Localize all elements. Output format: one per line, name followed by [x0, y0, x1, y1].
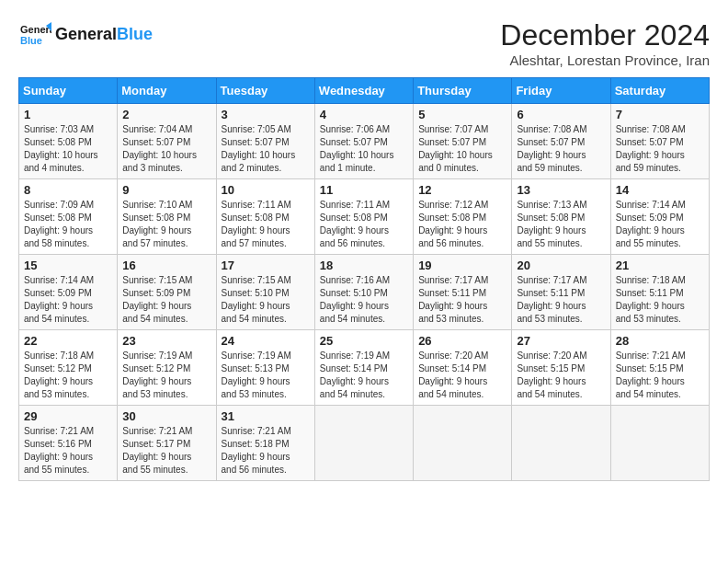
day-number: 25 — [320, 334, 408, 348]
logo-text: GeneralBlue — [55, 26, 153, 44]
day-info: Sunrise: 7:04 AM Sunset: 5:07 PM Dayligh… — [122, 123, 210, 175]
calendar-day-cell: 3Sunrise: 7:05 AM Sunset: 5:07 PM Daylig… — [216, 104, 314, 179]
day-number: 15 — [24, 259, 112, 272]
day-number: 19 — [418, 259, 506, 272]
day-number: 23 — [122, 334, 210, 348]
calendar-day-cell: 10Sunrise: 7:11 AM Sunset: 5:08 PM Dayli… — [216, 179, 314, 255]
calendar-day-cell: 16Sunrise: 7:15 AM Sunset: 5:09 PM Dayli… — [118, 255, 216, 330]
day-info: Sunrise: 7:07 AM Sunset: 5:07 PM Dayligh… — [418, 123, 506, 175]
day-info: Sunrise: 7:19 AM Sunset: 5:14 PM Dayligh… — [320, 350, 408, 401]
day-info: Sunrise: 7:13 AM Sunset: 5:08 PM Dayligh… — [517, 199, 605, 250]
calendar-header-row: SundayMondayTuesdayWednesdayThursdayFrid… — [19, 78, 710, 104]
calendar-day-cell: 8Sunrise: 7:09 AM Sunset: 5:08 PM Daylig… — [19, 179, 118, 255]
day-info: Sunrise: 7:21 AM Sunset: 5:15 PM Dayligh… — [616, 350, 704, 401]
day-info: Sunrise: 7:21 AM Sunset: 5:16 PM Dayligh… — [24, 425, 112, 477]
day-number: 16 — [122, 259, 210, 272]
day-info: Sunrise: 7:17 AM Sunset: 5:11 PM Dayligh… — [517, 274, 605, 326]
calendar-header-monday: Monday — [118, 78, 216, 104]
calendar-day-cell: 17Sunrise: 7:15 AM Sunset: 5:10 PM Dayli… — [216, 255, 314, 330]
calendar-header-friday: Friday — [512, 78, 610, 104]
calendar-day-cell: 14Sunrise: 7:14 AM Sunset: 5:09 PM Dayli… — [610, 179, 709, 255]
calendar-header-saturday: Saturday — [610, 78, 709, 104]
calendar-header-wednesday: Wednesday — [314, 78, 413, 104]
day-number: 18 — [320, 259, 408, 272]
calendar-week-row: 8Sunrise: 7:09 AM Sunset: 5:08 PM Daylig… — [19, 179, 710, 255]
day-number: 12 — [418, 183, 506, 197]
day-info: Sunrise: 7:18 AM Sunset: 5:12 PM Dayligh… — [24, 350, 112, 401]
day-info: Sunrise: 7:09 AM Sunset: 5:08 PM Dayligh… — [24, 199, 112, 250]
day-number: 17 — [222, 259, 310, 272]
day-info: Sunrise: 7:11 AM Sunset: 5:08 PM Dayligh… — [222, 199, 310, 250]
calendar-day-cell: 26Sunrise: 7:20 AM Sunset: 5:14 PM Dayli… — [414, 330, 512, 406]
day-number: 8 — [24, 183, 112, 197]
calendar-day-cell: 28Sunrise: 7:21 AM Sunset: 5:15 PM Dayli… — [610, 330, 709, 406]
calendar-day-cell: 4Sunrise: 7:06 AM Sunset: 5:07 PM Daylig… — [314, 104, 413, 179]
day-number: 20 — [517, 259, 605, 272]
day-number: 22 — [24, 334, 112, 348]
day-number: 30 — [122, 409, 210, 423]
calendar-week-row: 29Sunrise: 7:21 AM Sunset: 5:16 PM Dayli… — [19, 406, 710, 481]
day-info: Sunrise: 7:08 AM Sunset: 5:07 PM Dayligh… — [616, 123, 704, 175]
calendar-day-cell: 19Sunrise: 7:17 AM Sunset: 5:11 PM Dayli… — [414, 255, 512, 330]
calendar-header-tuesday: Tuesday — [216, 78, 314, 104]
day-number: 27 — [517, 334, 605, 348]
empty-cell — [414, 406, 512, 481]
day-info: Sunrise: 7:08 AM Sunset: 5:07 PM Dayligh… — [517, 123, 605, 175]
day-info: Sunrise: 7:11 AM Sunset: 5:08 PM Dayligh… — [320, 199, 408, 250]
day-number: 4 — [320, 108, 408, 121]
calendar-day-cell: 25Sunrise: 7:19 AM Sunset: 5:14 PM Dayli… — [314, 330, 413, 406]
day-info: Sunrise: 7:16 AM Sunset: 5:10 PM Dayligh… — [320, 274, 408, 326]
day-number: 24 — [222, 334, 310, 348]
day-info: Sunrise: 7:14 AM Sunset: 5:09 PM Dayligh… — [616, 199, 704, 250]
day-info: Sunrise: 7:03 AM Sunset: 5:08 PM Dayligh… — [24, 123, 112, 175]
empty-cell — [512, 406, 610, 481]
day-info: Sunrise: 7:15 AM Sunset: 5:10 PM Dayligh… — [222, 274, 310, 326]
calendar-day-cell: 29Sunrise: 7:21 AM Sunset: 5:16 PM Dayli… — [19, 406, 118, 481]
day-info: Sunrise: 7:15 AM Sunset: 5:09 PM Dayligh… — [122, 274, 210, 326]
day-number: 28 — [616, 334, 704, 348]
calendar-day-cell: 2Sunrise: 7:04 AM Sunset: 5:07 PM Daylig… — [118, 104, 216, 179]
calendar-day-cell: 12Sunrise: 7:12 AM Sunset: 5:08 PM Dayli… — [414, 179, 512, 255]
day-number: 2 — [122, 108, 210, 121]
day-info: Sunrise: 7:06 AM Sunset: 5:07 PM Dayligh… — [320, 123, 408, 175]
calendar-day-cell: 11Sunrise: 7:11 AM Sunset: 5:08 PM Dayli… — [314, 179, 413, 255]
day-info: Sunrise: 7:12 AM Sunset: 5:08 PM Dayligh… — [418, 199, 506, 250]
day-info: Sunrise: 7:18 AM Sunset: 5:11 PM Dayligh… — [616, 274, 704, 326]
page-title: December 2024 — [500, 18, 710, 52]
day-number: 26 — [418, 334, 506, 348]
calendar-header-thursday: Thursday — [414, 78, 512, 104]
calendar-day-cell: 21Sunrise: 7:18 AM Sunset: 5:11 PM Dayli… — [610, 255, 709, 330]
empty-cell — [314, 406, 413, 481]
calendar-day-cell: 1Sunrise: 7:03 AM Sunset: 5:08 PM Daylig… — [19, 104, 118, 179]
calendar-day-cell: 9Sunrise: 7:10 AM Sunset: 5:08 PM Daylig… — [118, 179, 216, 255]
day-number: 13 — [517, 183, 605, 197]
day-number: 7 — [616, 108, 704, 121]
calendar-day-cell: 30Sunrise: 7:21 AM Sunset: 5:17 PM Dayli… — [118, 406, 216, 481]
empty-cell — [610, 406, 709, 481]
calendar-day-cell: 23Sunrise: 7:19 AM Sunset: 5:12 PM Dayli… — [118, 330, 216, 406]
day-number: 5 — [418, 108, 506, 121]
calendar-table: SundayMondayTuesdayWednesdayThursdayFrid… — [18, 77, 710, 481]
calendar-header-sunday: Sunday — [19, 78, 118, 104]
day-info: Sunrise: 7:19 AM Sunset: 5:13 PM Dayligh… — [222, 350, 310, 401]
calendar-day-cell: 24Sunrise: 7:19 AM Sunset: 5:13 PM Dayli… — [216, 330, 314, 406]
day-number: 3 — [222, 108, 310, 121]
page-subtitle: Aleshtar, Lorestan Province, Iran — [500, 52, 710, 68]
day-info: Sunrise: 7:20 AM Sunset: 5:14 PM Dayligh… — [418, 350, 506, 401]
title-block: December 2024 Aleshtar, Lorestan Provinc… — [500, 18, 710, 68]
day-number: 6 — [517, 108, 605, 121]
calendar-day-cell: 5Sunrise: 7:07 AM Sunset: 5:07 PM Daylig… — [414, 104, 512, 179]
day-info: Sunrise: 7:10 AM Sunset: 5:08 PM Dayligh… — [122, 199, 210, 250]
day-number: 31 — [222, 409, 310, 423]
day-number: 1 — [24, 108, 112, 121]
day-number: 9 — [122, 183, 210, 197]
day-info: Sunrise: 7:05 AM Sunset: 5:07 PM Dayligh… — [222, 123, 310, 175]
logo: General Blue GeneralBlue — [18, 18, 153, 52]
calendar-day-cell: 18Sunrise: 7:16 AM Sunset: 5:10 PM Dayli… — [314, 255, 413, 330]
day-info: Sunrise: 7:20 AM Sunset: 5:15 PM Dayligh… — [517, 350, 605, 401]
calendar-week-row: 15Sunrise: 7:14 AM Sunset: 5:09 PM Dayli… — [19, 255, 710, 330]
calendar-day-cell: 31Sunrise: 7:21 AM Sunset: 5:18 PM Dayli… — [216, 406, 314, 481]
day-number: 11 — [320, 183, 408, 197]
calendar-week-row: 1Sunrise: 7:03 AM Sunset: 5:08 PM Daylig… — [19, 104, 710, 179]
svg-text:Blue: Blue — [20, 35, 42, 46]
